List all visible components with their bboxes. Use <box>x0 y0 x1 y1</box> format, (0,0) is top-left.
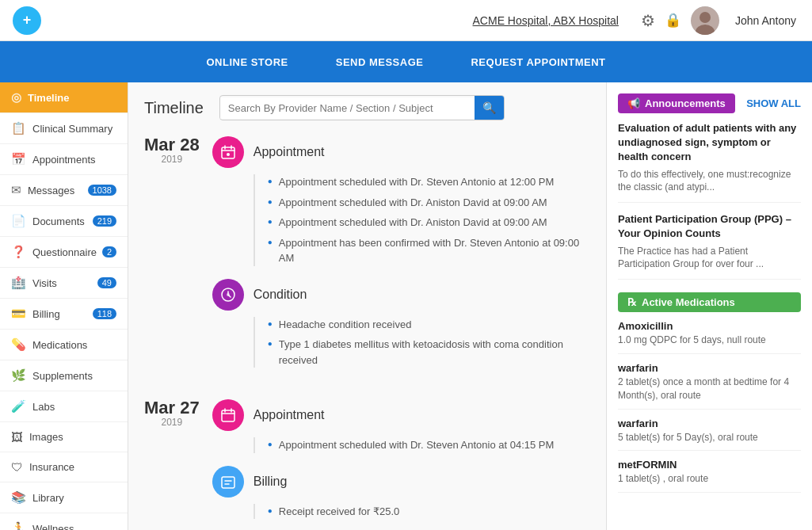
header: + ACME Hospital, ABX Hospital ⚙ 🔒 John A… <box>0 0 812 41</box>
sidebar-label-questionnaire: Questionnaire <box>32 246 102 258</box>
svg-rect-7 <box>222 410 234 421</box>
page-header: Timeline 🔍 <box>144 95 590 120</box>
sidebar-label-appointments: Appointments <box>32 154 116 166</box>
search-button[interactable]: 🔍 <box>475 96 504 120</box>
announcements-icon: 📢 <box>627 97 640 109</box>
announcement-text-0: To do this effectively, one must:recogni… <box>618 168 801 195</box>
sidebar-label-wellness: Wellness <box>32 523 116 531</box>
sidebar-item-labs[interactable]: 🧪 Labs <box>0 391 128 422</box>
announcement-title-0: Evaluation of adult patients with any un… <box>618 121 801 165</box>
sidebar-label-supplements: Supplements <box>32 370 116 382</box>
event-items-billing-mar27: Receipt received for ₹25.0 <box>254 504 590 520</box>
settings-icon[interactable]: ⚙ <box>641 11 655 30</box>
search-input[interactable] <box>220 97 475 119</box>
med-item-3: metFORMIN 1 tablet(s) , oral route <box>618 459 801 493</box>
med-item-1: warfarin 2 tablet(s) once a month at bed… <box>618 362 801 410</box>
sidebar-label-visits: Visits <box>32 277 97 289</box>
event-title-condition-mar28: Condition <box>254 288 307 302</box>
sidebar-item-wellness[interactable]: 🏃 Wellness <box>0 513 128 530</box>
sidebar-item-insurance[interactable]: 🛡 Insurance <box>0 452 128 482</box>
announcement-title-1: Patient Participation Group (PPG) – Your… <box>618 212 801 241</box>
event-items-condition-mar28: Headache condition received Type 1 diabe… <box>254 317 590 368</box>
nav-online-store[interactable]: ONLINE STORE <box>206 51 288 73</box>
content-area: Timeline 🔍 Mar 28 2019 <box>128 82 606 530</box>
svg-point-6 <box>227 293 230 296</box>
logo-area: + <box>13 6 41 35</box>
announcements-badge: 📢 Announcements <box>618 93 735 113</box>
timeline-event-appointment-mar27: Appointment Appointment scheduled with D… <box>212 399 590 453</box>
sidebar-item-library[interactable]: 📚 Library <box>0 482 128 513</box>
timeline-event-appointment-mar28: Appointment Appointment scheduled with D… <box>212 136 590 266</box>
sidebar-item-timeline[interactable]: ◎ Timeline <box>0 82 128 113</box>
visits-icon: 🏥 <box>11 276 26 290</box>
announcements-section: 📢 Announcements SHOW ALL Evaluation of a… <box>618 93 801 280</box>
billing-badge: 118 <box>93 308 116 319</box>
list-item: Headache condition received <box>268 317 590 333</box>
sidebar-label-clinical-summary: Clinical Summary <box>32 123 116 135</box>
timeline-event-condition-mar28: Condition Headache condition received Ty… <box>212 279 590 368</box>
condition-icon <box>212 279 244 311</box>
list-item: Appointment scheduled with Dr. Aniston D… <box>268 195 590 211</box>
event-header-billing: Billing <box>212 466 590 498</box>
svg-rect-8 <box>222 477 234 488</box>
sidebar-item-messages[interactable]: ✉ Messages 1038 <box>0 175 128 206</box>
sidebar-item-clinical-summary[interactable]: 📋 Clinical Summary <box>0 113 128 144</box>
med-desc-1: 2 tablet(s) once a month at bedtime for … <box>618 376 801 402</box>
event-items-appointment-mar27: Appointment scheduled with Dr. Steven An… <box>254 437 590 453</box>
sidebar-item-documents[interactable]: 📄 Documents 219 <box>0 206 128 237</box>
med-name-2: warfarin <box>618 418 801 429</box>
main-layout: ◎ Timeline 📋 Clinical Summary 📅 Appointm… <box>0 82 812 530</box>
search-box: 🔍 <box>219 95 505 120</box>
med-desc-2: 5 tablet(s) for 5 Day(s), oral route <box>618 431 801 444</box>
timeline-date-mar28: Mar 28 2019 <box>144 136 200 165</box>
messages-badge: 1038 <box>88 185 116 196</box>
billing-event-icon <box>212 466 244 498</box>
appointment-icon-mar27 <box>212 399 244 431</box>
timeline-icon: ◎ <box>11 90 21 105</box>
timeline-section-mar28: Mar 28 2019 <box>144 136 590 380</box>
timeline-section-mar27: Mar 27 2019 Appointme <box>144 399 590 530</box>
insurance-icon: 🛡 <box>11 460 23 474</box>
active-medications-label: Active Medications <box>642 296 735 308</box>
nav-send-message[interactable]: SEND MESSAGE <box>336 51 424 73</box>
appointment-icon <box>212 136 244 168</box>
questionnaire-icon: ❓ <box>11 245 26 259</box>
timeline-date-row-mar27: Mar 27 2019 Appointme <box>144 399 590 530</box>
sidebar-item-questionnaire[interactable]: ❓ Questionnaire 2 <box>0 237 128 268</box>
event-header-condition: Condition <box>212 279 590 311</box>
images-icon: 🖼 <box>11 430 23 444</box>
med-item-0: Amoxicillin 1.0 mg QDPC for 5 days, null… <box>618 320 801 354</box>
show-all-link[interactable]: SHOW ALL <box>746 97 801 109</box>
list-item: Appointment has been confirmed with Dr. … <box>268 235 590 266</box>
sidebar-label-messages: Messages <box>28 185 88 196</box>
nav-request-appointment[interactable]: REQUEST APPOINTMENT <box>471 51 605 73</box>
hospital-name[interactable]: ACME Hospital, ABX Hospital <box>473 14 619 27</box>
rx-icon: ℞ <box>627 296 637 308</box>
list-item: Type 1 diabetes mellitus with ketoacidos… <box>268 337 590 368</box>
event-header-appointment: Appointment <box>212 136 590 168</box>
sidebar-label-images: Images <box>29 431 116 443</box>
sidebar-item-visits[interactable]: 🏥 Visits 49 <box>0 268 128 299</box>
active-medications-section: ℞ Active Medications Amoxicillin 1.0 mg … <box>618 292 801 493</box>
labs-icon: 🧪 <box>11 399 26 414</box>
supplements-icon: 🌿 <box>11 368 26 383</box>
timeline-date-mar27: Mar 27 2019 <box>144 399 200 428</box>
sidebar-item-medications[interactable]: 💊 Medications <box>0 330 128 360</box>
event-title-appointment-mar27: Appointment <box>254 408 325 422</box>
questionnaire-badge: 2 <box>102 246 116 257</box>
sidebar-item-billing[interactable]: 💳 Billing 118 <box>0 299 128 330</box>
lock-icon[interactable]: 🔒 <box>665 12 681 29</box>
timeline-day: Mar 28 <box>144 136 200 154</box>
sidebar-item-appointments[interactable]: 📅 Appointments <box>0 144 128 175</box>
timeline-event-billing-mar27: Billing Receipt received for ₹25.0 <box>212 466 590 520</box>
clinical-summary-icon: 📋 <box>11 121 26 135</box>
event-header-appointment-mar27: Appointment <box>212 399 590 431</box>
sidebar-item-supplements[interactable]: 🌿 Supplements <box>0 360 128 391</box>
sidebar-item-images[interactable]: 🖼 Images <box>0 422 128 452</box>
announcement-text-1: The Practice has had a Patient Participa… <box>618 245 801 272</box>
timeline-day: Mar 27 <box>144 399 200 417</box>
avatar[interactable] <box>691 6 719 35</box>
timeline-block-mar27: Appointment Appointment scheduled with D… <box>212 399 590 530</box>
med-name-1: warfarin <box>618 362 801 374</box>
username: John Antony <box>735 14 796 27</box>
